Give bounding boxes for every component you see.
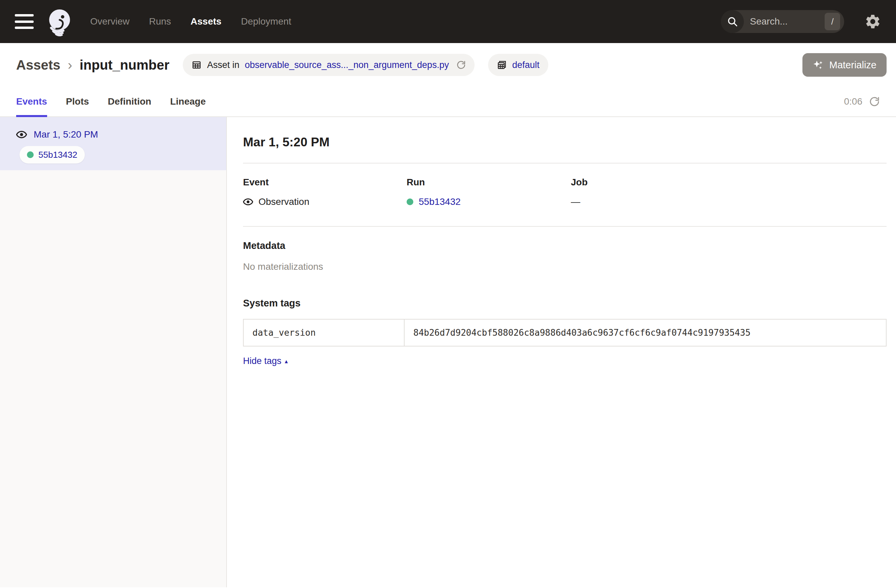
tab-definition[interactable]: Definition xyxy=(108,87,151,117)
breadcrumb-chevron-icon: › xyxy=(68,58,72,73)
nav-item-runs[interactable]: Runs xyxy=(149,16,171,27)
dagster-logo-icon[interactable] xyxy=(44,6,75,37)
gear-icon[interactable] xyxy=(864,13,881,30)
divider xyxy=(243,163,887,164)
event-type-value: Observation xyxy=(259,196,309,207)
run-status-dot xyxy=(27,151,34,158)
refresh-countdown: 0:06 xyxy=(844,96,862,107)
breadcrumb-assets-link[interactable]: Assets xyxy=(16,58,60,73)
run-column-label: Run xyxy=(407,177,571,188)
table-grid-icon xyxy=(192,60,202,70)
system-tags-heading: System tags xyxy=(243,298,887,309)
asset-definition-chip: Asset in observable_source_ass..._non_ar… xyxy=(183,54,474,76)
refresh-icon[interactable] xyxy=(869,96,880,107)
tab-plots[interactable]: Plots xyxy=(66,87,89,117)
run-id-label: 55b13432 xyxy=(38,150,78,160)
metadata-heading: Metadata xyxy=(243,240,887,251)
event-list-item-selected[interactable]: Mar 1, 5:20 PM 55b13432 xyxy=(0,117,226,170)
event-column-label: Event xyxy=(243,177,407,188)
system-tags-table: data_version 84b26d7d9204cbf588026c8a988… xyxy=(243,319,887,346)
run-id-link[interactable]: 55b13432 xyxy=(419,196,461,207)
asset-tabs-row: Events Plots Definition Lineage 0:06 xyxy=(0,87,896,117)
asset-in-label: Asset in xyxy=(207,60,239,70)
breadcrumb-asset-name: input_number xyxy=(80,58,170,73)
search-shortcut-badge: / xyxy=(824,13,840,30)
job-column-label: Job xyxy=(571,177,887,188)
tab-events[interactable]: Events xyxy=(16,87,47,117)
event-detail-panel: Mar 1, 5:20 PM Event Observation Run xyxy=(227,117,896,587)
top-nav-bar: Overview Runs Assets Deployment Search..… xyxy=(0,0,896,43)
search-placeholder: Search... xyxy=(750,16,824,27)
search-input[interactable]: Search... / xyxy=(721,10,844,33)
repository-icon xyxy=(497,60,507,70)
run-id-chip[interactable]: 55b13432 xyxy=(20,146,85,164)
event-list-sidebar: Mar 1, 5:20 PM 55b13432 xyxy=(0,117,227,587)
reload-definition-icon[interactable] xyxy=(456,60,466,70)
hamburger-menu-icon[interactable] xyxy=(15,14,34,29)
asset-header-row: Assets › input_number Asset in observabl… xyxy=(0,43,896,87)
metadata-empty-text: No materializations xyxy=(243,261,887,272)
event-timestamp: Mar 1, 5:20 PM xyxy=(34,129,98,140)
run-status-dot xyxy=(407,199,413,205)
tag-value-cell: 84b26d7d9204cbf588026c8a9886d403a6c9637c… xyxy=(405,319,886,346)
job-value: — xyxy=(571,196,580,207)
tab-lineage[interactable]: Lineage xyxy=(170,87,206,117)
search-icon xyxy=(721,10,744,33)
primary-nav: Overview Runs Assets Deployment xyxy=(90,16,291,27)
event-detail-title: Mar 1, 5:20 PM xyxy=(243,135,887,149)
observation-eye-icon xyxy=(243,197,253,207)
divider xyxy=(243,226,887,227)
hide-tags-link[interactable]: Hide tags ▴ xyxy=(243,356,288,366)
tag-key-cell: data_version xyxy=(244,319,405,346)
repository-chip[interactable]: default xyxy=(488,54,548,76)
observation-eye-icon xyxy=(16,129,27,140)
nav-item-overview[interactable]: Overview xyxy=(90,16,130,27)
content-area: Mar 1, 5:20 PM 55b13432 Mar 1, 5:20 PM E… xyxy=(0,117,896,587)
hide-tags-label: Hide tags xyxy=(243,356,281,366)
materialize-label: Materialize xyxy=(829,59,876,71)
asset-source-file-link[interactable]: observable_source_ass..._non_argument_de… xyxy=(245,60,449,70)
sparkle-icon xyxy=(812,59,824,71)
caret-up-icon: ▴ xyxy=(285,357,288,365)
repository-name: default xyxy=(512,60,539,70)
nav-item-deployment[interactable]: Deployment xyxy=(241,16,291,27)
nav-item-assets[interactable]: Assets xyxy=(190,16,221,27)
asset-tabs: Events Plots Definition Lineage xyxy=(16,87,206,116)
event-summary-columns: Event Observation Run 55b13432 xyxy=(243,177,887,207)
materialize-button[interactable]: Materialize xyxy=(802,53,887,77)
